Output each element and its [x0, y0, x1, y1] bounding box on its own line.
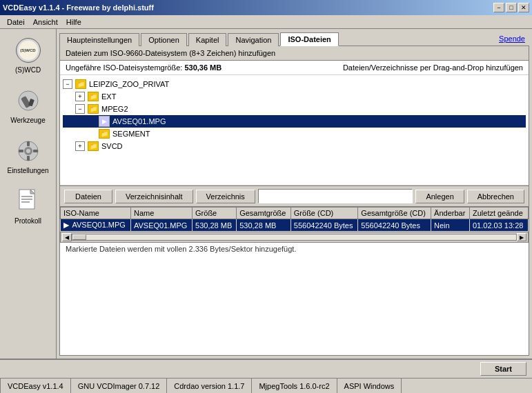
- sidebar-label-protokoll: Protokoll: [14, 217, 41, 225]
- sidebar: (S)WCD (S)WCD Werkzeuge: [0, 29, 57, 359]
- col-last-changed[interactable]: Zuletzt geände: [470, 208, 529, 219]
- col-changeable[interactable]: Änderbar: [431, 208, 470, 219]
- tree-node-segment[interactable]: 📁 SEGMENT: [63, 128, 526, 140]
- tree-node-avseq01[interactable]: ▶ AVSEQ01.MPG: [63, 115, 526, 128]
- col-name[interactable]: Name: [130, 208, 192, 219]
- cell-size-cd: 556042240 Bytes: [290, 219, 358, 232]
- dir-content-button[interactable]: Verzeichnisinhalt: [115, 190, 193, 203]
- sidebar-label-werkzeuge: Werkzeuge: [10, 117, 45, 124]
- tree-label-svcd: SVCD: [101, 142, 123, 150]
- start-button[interactable]: Start: [480, 362, 526, 376]
- tree-label-mpeg2: MPEG2: [101, 105, 128, 113]
- minimize-button[interactable]: −: [493, 3, 504, 12]
- sidebar-label-einstellungen: Einstellungen: [7, 167, 48, 174]
- tab-haupteinstellungen[interactable]: Haupteinstellungen: [59, 33, 139, 46]
- file-tree[interactable]: − 📁 LEIPZIG_ZOO_PRIVAT + 📁 EXT −: [60, 75, 529, 185]
- svg-rect-8: [19, 150, 23, 152]
- iso-size-info: Ungefähre ISO-Dateisystemgröße: 530,36 M…: [66, 63, 221, 72]
- panel-header: Dateien zum ISO-9660-Dateisystem (8+3 Ze…: [60, 46, 529, 61]
- tree-node-ext[interactable]: + 📁 EXT: [63, 90, 526, 103]
- donate-link[interactable]: Spende: [495, 32, 529, 45]
- path-input[interactable]: [258, 189, 413, 203]
- iso-size-value: 530,36 MB: [184, 63, 221, 72]
- cell-iso-name: ▶ AVSEQ01.MPG: [61, 219, 131, 232]
- col-total-size[interactable]: Gesamtgröße: [237, 208, 291, 219]
- doc-icon: [15, 188, 41, 214]
- menu-ansicht[interactable]: Ansicht: [29, 17, 62, 28]
- file-icon-avseq01: ▶: [99, 116, 110, 127]
- sidebar-item-swcd[interactable]: (S)WCD (S)WCD: [4, 34, 52, 77]
- tree-expander-root[interactable]: −: [63, 79, 72, 89]
- sidebar-item-werkzeuge[interactable]: Werkzeuge: [4, 85, 52, 127]
- footer-info: Markierte Dateien werden mit vollen 2.33…: [60, 243, 529, 255]
- tree-node-svcd[interactable]: + 📁 SVCD: [63, 140, 526, 152]
- abort-button[interactable]: Abbrechen: [467, 190, 524, 203]
- footer-text: Markierte Dateien werden mit vollen 2.33…: [66, 245, 296, 253]
- scroll-thumb[interactable]: [72, 234, 86, 240]
- tab-kapitel[interactable]: Kapitel: [188, 33, 227, 46]
- scroll-left-button[interactable]: ◀: [62, 233, 72, 241]
- dir-button[interactable]: Verzeichnis: [196, 190, 255, 203]
- col-total-size-cd[interactable]: Gesamtgröße (CD): [358, 208, 431, 219]
- col-size-cd[interactable]: Größe (CD): [290, 208, 358, 219]
- file-table: ISO-Name Name Größe Gesamtgröße Größe (C…: [60, 207, 529, 232]
- col-size[interactable]: Größe: [193, 208, 237, 219]
- folder-icon-mpeg2: 📁: [88, 104, 99, 114]
- bottom-bar: Start: [0, 359, 532, 378]
- menu-bar: Datei Ansicht Hilfe: [0, 15, 532, 29]
- cell-total-size: 530,28 MB: [237, 219, 291, 232]
- tree-expander-svcd[interactable]: +: [75, 141, 85, 151]
- status-bar: VCDEasy v1.1.4 GNU VCDImager 0.7.12 Cdrd…: [0, 378, 532, 393]
- tree-label-root: LEIPZIG_ZOO_PRIVAT: [89, 80, 169, 88]
- horizontal-scrollbar[interactable]: ◀ ▶: [60, 232, 529, 243]
- folder-icon-svcd: 📁: [88, 141, 99, 151]
- maximize-button[interactable]: □: [506, 3, 517, 12]
- window-title: VCDEasy v1.1.4 - Freeware by delphi.stuf…: [3, 3, 154, 12]
- drag-drop-hint: Dateien/Verzeichnisse per Drag-and-Drop …: [343, 63, 523, 72]
- col-iso-name[interactable]: ISO-Name: [61, 208, 131, 219]
- status-vcdimager: GNU VCDImager 0.7.12: [71, 379, 168, 393]
- table-row[interactable]: ▶ AVSEQ01.MPG AVSEQ01.MPG 530,28 MB 530,…: [61, 219, 529, 232]
- tree-label-ext: EXT: [101, 92, 116, 101]
- sidebar-item-protokoll[interactable]: Protokoll: [4, 185, 52, 228]
- cell-name: AVSEQ01.MPG: [130, 219, 192, 232]
- svg-rect-12: [21, 196, 32, 197]
- tab-optionen[interactable]: Optionen: [141, 33, 187, 46]
- files-button[interactable]: Dateien: [64, 190, 112, 203]
- tree-label-segment: SEGMENT: [112, 130, 150, 138]
- create-button[interactable]: Anlegen: [415, 190, 464, 203]
- folder-icon-segment: 📁: [99, 129, 110, 139]
- svg-point-5: [26, 149, 30, 153]
- tree-label-avseq01: AVSEQ01.MPG: [112, 117, 166, 125]
- close-button[interactable]: ✕: [518, 3, 529, 12]
- sidebar-item-einstellungen[interactable]: Einstellungen: [4, 135, 52, 177]
- tab-navigation[interactable]: Navigation: [228, 33, 279, 46]
- file-table-wrapper: ISO-Name Name Größe Gesamtgröße Größe (C…: [60, 206, 529, 232]
- menu-datei[interactable]: Datei: [3, 17, 29, 28]
- svg-rect-14: [21, 201, 30, 203]
- cell-changeable: Nein: [431, 219, 470, 232]
- svg-rect-7: [27, 156, 30, 161]
- sidebar-label-swcd: (S)WCD: [15, 66, 41, 74]
- cell-total-size-cd: 556042240 Bytes: [358, 219, 431, 232]
- tab-content-iso: Dateien zum ISO-9660-Dateisystem (8+3 Ze…: [59, 46, 529, 356]
- gear-icon: [15, 138, 41, 164]
- menu-hilfe[interactable]: Hilfe: [62, 17, 86, 28]
- tree-node-root[interactable]: − 📁 LEIPZIG_ZOO_PRIVAT: [63, 78, 526, 90]
- title-bar: VCDEasy v1.1.4 - Freeware by delphi.stuf…: [0, 0, 532, 15]
- svg-rect-6: [27, 141, 30, 146]
- content-area: Haupteinstellungen Optionen Kapitel Navi…: [57, 29, 532, 359]
- scroll-right-button[interactable]: ▶: [517, 233, 526, 241]
- tree-expander-ext[interactable]: +: [75, 92, 85, 101]
- panel-header-text: Dateien zum ISO-9660-Dateisystem (8+3 Ze…: [66, 49, 275, 57]
- scroll-track[interactable]: [72, 234, 517, 241]
- cd-icon-swcd: (S)WCD: [15, 37, 41, 63]
- tabs-row: Haupteinstellungen Optionen Kapitel Navi…: [59, 32, 529, 46]
- wrench-icon: [15, 88, 41, 114]
- svg-rect-9: [33, 150, 38, 152]
- status-mjpegtools: MjpegTools 1.6.0-rc2: [252, 379, 337, 393]
- tab-iso-dateien[interactable]: ISO-Dateien: [280, 32, 338, 46]
- iso-size-label: Ungefähre ISO-Dateisystemgröße:: [66, 63, 182, 72]
- tree-expander-mpeg2[interactable]: −: [75, 104, 85, 114]
- tree-node-mpeg2[interactable]: − 📁 MPEG2: [63, 103, 526, 115]
